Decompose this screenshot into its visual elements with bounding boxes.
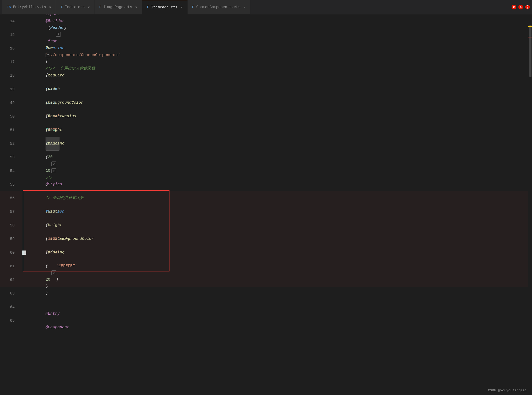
tab-icon-entry: TS bbox=[7, 5, 11, 9]
line-num-61: 61 bbox=[1, 264, 22, 269]
line-code-65[interactable]: @Component bbox=[22, 293, 528, 348]
tab-label-imagepage: ImagePage.ets bbox=[103, 5, 132, 9]
line-num-59: 59 bbox=[1, 237, 22, 241]
tab-index[interactable]: E Index.ets ✕ bbox=[56, 0, 95, 14]
line-num-53: 53 bbox=[1, 155, 22, 160]
decorator-component: @Component bbox=[46, 325, 69, 330]
tab-itempage[interactable]: E ItemPage.ets ✕ bbox=[142, 0, 188, 14]
line-num-54: 54 bbox=[1, 169, 22, 173]
fn-row: Row bbox=[46, 46, 53, 50]
line-num-51: 51 bbox=[1, 128, 22, 132]
fold-icon-57[interactable]: ▽ bbox=[51, 168, 56, 173]
line-num-60: 60 bbox=[1, 251, 22, 255]
tab-bar: TS EntryAbility.ts ✕ E Index.ets ✕ E Ima… bbox=[0, 0, 532, 14]
tab-common[interactable]: E CommonComponents.ets ✕ bbox=[188, 0, 250, 14]
code-lines: 14 15 import {Header} from '../component… bbox=[0, 14, 528, 327]
line-num-19: 19 bbox=[1, 87, 22, 92]
line-num-64: 64 bbox=[1, 305, 22, 309]
tab-label-entry: EntryAbility.ts bbox=[13, 5, 46, 9]
more-icon[interactable]: ⋮ bbox=[525, 5, 530, 9]
tab-label-index: Index.ets bbox=[65, 5, 85, 9]
line-num-63: 63 bbox=[1, 291, 22, 296]
line-num-50: 50 bbox=[1, 114, 22, 119]
tab-close-imagepage[interactable]: ✕ bbox=[135, 5, 137, 9]
line-65: 65 @Component bbox=[0, 314, 528, 327]
tab-icon-imagepage: E bbox=[100, 5, 102, 9]
tab-bar-end: 2 ∧ ⋮ bbox=[512, 5, 530, 9]
tab-close-itempage[interactable]: ✕ bbox=[180, 5, 182, 9]
line-num-14: 14 bbox=[1, 19, 22, 24]
tab-label-itempage: ItemPage.ets bbox=[151, 5, 178, 9]
scrollbar-marker-1 bbox=[528, 26, 532, 27]
warning-badge: 2 bbox=[512, 5, 516, 9]
tab-icon-common: E bbox=[192, 5, 194, 9]
line-num-56: 56 bbox=[1, 196, 22, 201]
tab-entry[interactable]: TS EntryAbility.ts ✕ bbox=[2, 0, 56, 14]
tab-icon-itempage: E bbox=[147, 5, 149, 9]
tab-close-index[interactable]: ✕ bbox=[88, 5, 90, 9]
line-num-57: 57 bbox=[1, 210, 22, 214]
tab-imagepage[interactable]: E ImagePage.ets ✕ bbox=[95, 0, 142, 14]
line-num-62: 62 bbox=[1, 278, 22, 282]
line-num-49: 49 bbox=[1, 101, 22, 105]
arrow-up-icon[interactable]: ∧ bbox=[518, 5, 523, 9]
line-num-58: 58 bbox=[1, 223, 22, 228]
line-num-16: 16 bbox=[1, 46, 22, 51]
line-num-65: 65 bbox=[1, 319, 22, 323]
fold-icon-62[interactable]: ▽ bbox=[51, 270, 56, 275]
editor-area: 14 15 import {Header} from '../component… bbox=[0, 14, 532, 395]
line-num-17: 17 bbox=[1, 60, 22, 64]
tab-close-common[interactable]: ✕ bbox=[244, 5, 245, 9]
line-num-55: 55 bbox=[1, 182, 22, 187]
bottom-logo: CSDN @youyoufenglai bbox=[488, 388, 527, 392]
scrollbar-marker-2 bbox=[528, 37, 532, 37]
tab-close-entry[interactable]: ✕ bbox=[49, 5, 51, 9]
fold-icon-19[interactable]: + bbox=[56, 32, 61, 37]
code-panel: 14 15 import {Header} from '../component… bbox=[0, 14, 528, 395]
tab-icon-index: E bbox=[61, 5, 63, 9]
scrollbar-thumb[interactable] bbox=[529, 25, 531, 77]
line-num-15: 15 bbox=[1, 33, 22, 37]
tab-label-common: CommonComponents.ets bbox=[196, 5, 240, 9]
line-num-52: 52 bbox=[1, 142, 22, 146]
line-num-18: 18 bbox=[1, 74, 22, 78]
scrollbar-track[interactable] bbox=[528, 14, 532, 395]
